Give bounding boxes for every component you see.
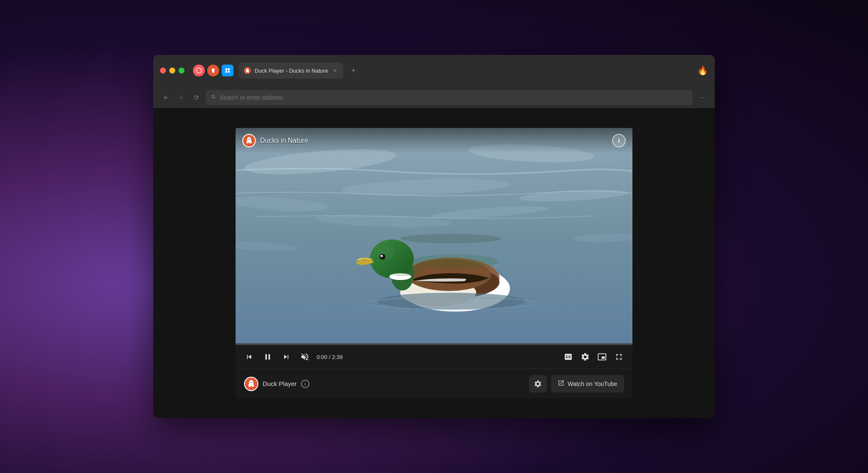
more-menu-button[interactable]: ···: [696, 92, 708, 103]
player-controls: 0:00 / 2:39: [236, 345, 632, 369]
address-bar[interactable]: [206, 90, 692, 105]
mute-button[interactable]: [298, 350, 312, 364]
watch-on-youtube-button[interactable]: Watch on YouTube: [551, 375, 624, 393]
cc-button[interactable]: [561, 350, 575, 364]
active-tab[interactable]: Duck Player - Ducks in Nature ✕: [239, 63, 343, 79]
svg-point-12: [247, 141, 249, 144]
video-title: Ducks in Nature: [260, 137, 308, 144]
nav-bar: ···: [153, 86, 715, 108]
controls-right: [561, 350, 626, 364]
svg-point-44: [386, 264, 421, 276]
total-time: 2:39: [332, 354, 342, 360]
svg-rect-3: [228, 68, 230, 71]
bottom-left: Duck Player i: [244, 377, 309, 391]
bottom-bar: Duck Player i Watch on YouTube: [236, 369, 632, 398]
ddg-logo-video: [242, 134, 256, 147]
title-bar: Duck Player - Ducks in Nature ✕ + 🔥: [153, 55, 715, 86]
tab-title: Duck Player - Ducks in Nature: [255, 68, 328, 74]
refresh-button[interactable]: [190, 92, 202, 103]
new-tab-button[interactable]: +: [347, 64, 360, 77]
watch-youtube-label: Watch on YouTube: [568, 381, 617, 387]
svg-point-48: [252, 384, 254, 387]
tab-bar: Duck Player - Ducks in Nature ✕ +: [239, 63, 692, 79]
pip-button[interactable]: [595, 350, 609, 364]
browser-window: Duck Player - Ducks in Nature ✕ + 🔥 ···: [153, 55, 715, 418]
tab-favicon: [244, 67, 251, 74]
bottom-right: Watch on YouTube: [529, 375, 624, 393]
skip-back-button[interactable]: [242, 350, 256, 364]
svg-point-37: [363, 259, 366, 261]
svg-point-0: [212, 68, 215, 71]
content-area: Ducks in Nature i: [153, 108, 715, 418]
address-input[interactable]: [220, 94, 687, 101]
svg-point-47: [248, 384, 251, 387]
flame-icon: 🔥: [697, 65, 708, 76]
video-info-button[interactable]: i: [612, 134, 626, 147]
airbnb-tab-icon[interactable]: [193, 65, 205, 76]
skip-forward-button[interactable]: [279, 350, 293, 364]
current-time: 0:00: [317, 354, 327, 360]
svg-rect-2: [225, 68, 228, 71]
minimize-button[interactable]: [169, 68, 175, 73]
svg-point-36: [381, 255, 383, 257]
window-controls: [160, 68, 184, 73]
duck-player-info-button[interactable]: i: [301, 380, 309, 388]
video-player[interactable]: Ducks in Nature i: [236, 128, 632, 369]
svg-point-13: [250, 141, 252, 144]
svg-point-15: [250, 139, 250, 140]
svg-point-9: [248, 71, 249, 73]
video-title-area: Ducks in Nature: [242, 134, 308, 147]
svg-point-1: [212, 71, 214, 73]
duck-player-container: Ducks in Nature i: [236, 128, 632, 398]
figma-tab-icon[interactable]: [222, 65, 233, 76]
close-button[interactable]: [160, 68, 166, 73]
svg-point-8: [246, 71, 247, 73]
video-content: [236, 128, 632, 343]
svg-point-5: [228, 71, 230, 73]
svg-point-43: [410, 255, 498, 269]
duck-player-settings-button[interactable]: [529, 375, 547, 393]
ddg-logo-bottom: [244, 377, 258, 391]
svg-point-49: [250, 382, 251, 383]
svg-point-33: [377, 246, 394, 259]
tab-close-button[interactable]: ✕: [331, 67, 338, 74]
settings-button[interactable]: [578, 350, 592, 364]
time-display: 0:00 / 2:39: [317, 354, 342, 360]
svg-point-14: [248, 139, 249, 140]
maximize-button[interactable]: [179, 68, 184, 73]
external-link-icon: [558, 380, 564, 388]
svg-point-42: [400, 234, 502, 243]
svg-point-50: [252, 382, 252, 383]
forward-button[interactable]: [175, 92, 187, 103]
svg-rect-4: [225, 71, 228, 73]
duck-player-label: Duck Player: [263, 380, 297, 387]
svg-point-38: [377, 293, 525, 310]
pinned-tabs: [193, 65, 233, 76]
duckduckgo-tab-icon[interactable]: [207, 65, 219, 76]
video-header: Ducks in Nature i: [236, 128, 632, 153]
fullscreen-button[interactable]: [612, 350, 626, 364]
play-pause-button[interactable]: [261, 350, 274, 364]
search-icon: [211, 94, 216, 101]
back-button[interactable]: [160, 92, 172, 103]
svg-point-35: [380, 254, 385, 260]
